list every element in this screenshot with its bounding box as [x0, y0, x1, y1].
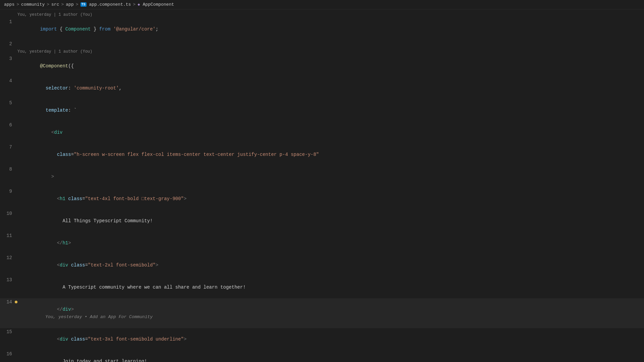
token-div3-val: "text-3xl font-semibold underline" [88, 337, 184, 342]
token-brace: { [57, 26, 65, 32]
line-number-9: 9 [0, 188, 17, 195]
line-number-4: 4 [0, 77, 17, 84]
code-line-16[interactable]: 16 Join today and start learning! [0, 350, 644, 362]
token-community-text: A Typescript community where we can all … [62, 285, 246, 290]
line-number-1: 1 [0, 18, 17, 25]
code-line-4[interactable]: 4 selector: 'community-root', [0, 77, 644, 99]
line-content-11: </h1> [17, 232, 637, 254]
author-text-2: You, yesterday | 1 author (You) [17, 49, 92, 54]
line-content-1: import { Component } from '@angular/core… [17, 18, 637, 40]
token-join-text: Join today and start learning! [62, 359, 147, 362]
breadcrumb-src[interactable]: src [51, 2, 59, 7]
token-h1-text: All Things Typescript Community! [62, 218, 153, 224]
token-div2-class: class [71, 262, 85, 268]
breadcrumb: apps > community > src > app > TS app.co… [0, 0, 644, 9]
token-decorator: @Component [40, 63, 68, 69]
token-from: from [99, 26, 111, 32]
line-number-8: 8 [0, 166, 17, 173]
token-tag-open: < [51, 130, 54, 135]
token-selector: selector [46, 85, 68, 91]
line-content-8: > [17, 166, 637, 188]
code-line-12[interactable]: 12 <div class="text-2xl font-semibold"> [0, 254, 644, 276]
breadcrumb-sep-1: > [16, 2, 19, 7]
blame-dot [15, 301, 17, 303]
token-h1-close-gt: > [68, 240, 71, 246]
line-content-13: A Typescript community where we can all … [17, 276, 637, 298]
code-editor: You, yesterday | 1 author (You) 1 import… [0, 9, 644, 362]
breadcrumb-file[interactable]: app.component.ts [89, 2, 131, 7]
line-number-5: 5 [0, 99, 17, 107]
line-number-13: 13 [0, 276, 17, 284]
breadcrumb-apps[interactable]: apps [4, 2, 14, 7]
token-div3-open: < [57, 337, 60, 342]
token-brace2: } [91, 26, 99, 32]
line-content-15: <div class="text-3xl font-semibold under… [17, 328, 637, 350]
author-info-1: You, yesterday | 1 author (You) [0, 11, 644, 18]
author-text-1: You, yesterday | 1 author (You) [17, 12, 92, 17]
line-content-6: <div [17, 121, 637, 143]
code-line-8[interactable]: 8 > [0, 166, 644, 188]
breadcrumb-component[interactable]: AppComponent [143, 2, 174, 7]
breadcrumb-community[interactable]: community [21, 2, 45, 7]
line-number-10: 10 [0, 210, 17, 217]
line-content-16: Join today and start learning! [17, 350, 637, 362]
line-content-4: selector: 'community-root', [17, 77, 637, 99]
token-h1-close: </ [57, 240, 63, 246]
breadcrumb-sep-4: > [76, 2, 78, 7]
breadcrumb-sep-2: > [47, 2, 49, 7]
token-class-val: "h-screen w-screen flex flex-col items-c… [74, 152, 319, 157]
code-line-9[interactable]: 9 <h1 class="text-4xl font-bold □text-gr… [0, 188, 644, 210]
breadcrumb-app[interactable]: app [66, 2, 73, 7]
line-content-3: @Component({ [17, 55, 637, 77]
token-div-3: div [60, 337, 68, 342]
token-div3-class: class [71, 337, 85, 342]
code-line-14[interactable]: 14 </div> You, yesterday • Add an App Fo… [0, 298, 644, 328]
line-content-12: <div class="text-2xl font-semibold"> [17, 254, 637, 276]
code-line-5[interactable]: 5 template: ` [0, 99, 644, 121]
token-div3-eq: = [85, 337, 88, 342]
token-div3-gt: > [184, 337, 186, 342]
token-h1-class: class [68, 196, 82, 201]
token-selector-val: 'community-root' [74, 85, 119, 91]
line-content-14: </div> You, yesterday • Add an App For C… [17, 298, 637, 328]
token-div-1: div [54, 130, 62, 135]
token-h1-gt: > [184, 196, 186, 201]
code-line-10[interactable]: 10 All Things Typescript Community! [0, 210, 644, 232]
code-line-13[interactable]: 13 A Typescript community where we can a… [0, 276, 644, 298]
line-content-5: template: ` [17, 99, 637, 121]
code-line-11[interactable]: 11 </h1> [0, 232, 644, 254]
token-colon: : [68, 85, 74, 91]
token-eq: = [71, 152, 74, 157]
git-blame-annotation: You, yesterday • Add an App For Communit… [45, 314, 153, 319]
token-div-2: div [60, 262, 68, 268]
code-line-3[interactable]: 3 @Component({ [0, 55, 644, 77]
token-div2-close: </ [57, 307, 63, 312]
typescript-file-icon: TS [80, 2, 87, 7]
token-h1-close-tag: h1 [62, 240, 68, 246]
breadcrumb-sep-3: > [61, 2, 64, 7]
code-line-6[interactable]: 6 <div [0, 121, 644, 143]
code-line-2[interactable]: 2 [0, 40, 644, 48]
token-h1-eq: = [82, 196, 85, 201]
code-line-1[interactable]: 1 import { Component } from '@angular/co… [0, 18, 644, 40]
code-area[interactable]: You, yesterday | 1 author (You) 1 import… [0, 9, 644, 362]
line-content-9: <h1 class="text-4xl font-bold □text-gray… [17, 188, 637, 210]
author-info-2: You, yesterday | 1 author (You) [0, 48, 644, 55]
component-icon: ◈ [138, 2, 140, 7]
breadcrumb-sep-5: > [133, 2, 136, 7]
line-content-7: class="h-screen w-screen flex flex-col i… [17, 143, 637, 166]
token-div2-gt: > [156, 262, 158, 268]
line-number-6: 6 [0, 121, 17, 129]
token-class-attr: class [57, 152, 71, 157]
line-content-10: All Things Typescript Community! [17, 210, 637, 232]
token-template-colon: : ` [68, 108, 76, 113]
code-line-7[interactable]: 7 class="h-screen w-screen flex flex-col… [0, 143, 644, 166]
token-div2-close-tag: div [62, 307, 71, 312]
token-angular-core: '@angular/core' [113, 26, 156, 32]
line-number-15: 15 [0, 328, 17, 336]
token-div2-open: < [57, 262, 60, 268]
token-space [110, 26, 113, 32]
token-component: Component [65, 26, 91, 32]
line-number-12: 12 [0, 254, 17, 261]
code-line-15[interactable]: 15 <div class="text-3xl font-semibold un… [0, 328, 644, 350]
